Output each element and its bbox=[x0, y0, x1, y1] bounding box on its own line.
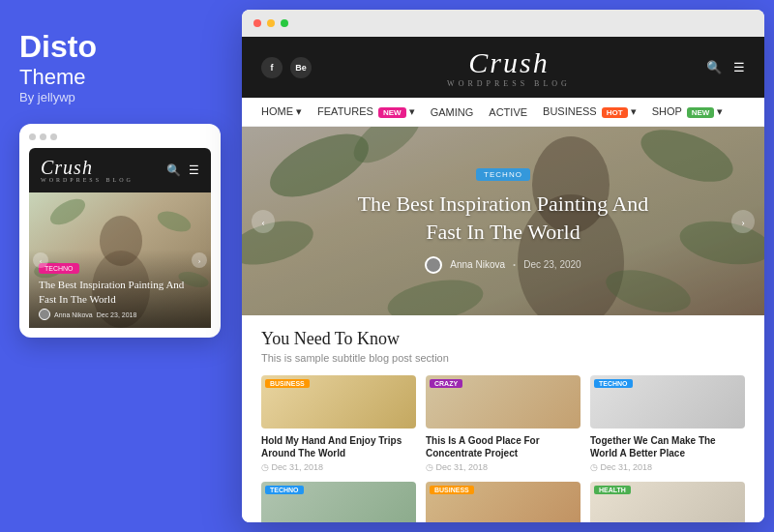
mobile-hero-title: The Best Inspiration Painting And Fast I… bbox=[39, 278, 201, 306]
left-panel: Disto Theme By jellywp Crush WORDPRESS B… bbox=[0, 0, 237, 532]
header-search-icon[interactable]: 🔍 bbox=[706, 60, 722, 75]
section-subtitle: This is sample subtitle blog post sectio… bbox=[261, 352, 745, 364]
card-item[interactable]: BUSINESS Hold My Hand And Enjoy Trips Ar… bbox=[261, 375, 416, 472]
mobile-hero-overlay: TECHNO The Best Inspiration Painting And… bbox=[29, 250, 211, 328]
theme-label: Theme bbox=[19, 65, 218, 90]
mobile-preview-card: Crush WORDPRESS BLOG 🔍 ☰ bbox=[19, 124, 221, 338]
hero-overlay: TECHNO The Best Inspiration Painting And… bbox=[242, 127, 764, 315]
behance-icon[interactable]: Be bbox=[290, 57, 312, 78]
card-badge: BUSINESS bbox=[265, 379, 310, 388]
card-grid-row1: BUSINESS Hold My Hand And Enjoy Trips Ar… bbox=[261, 375, 745, 472]
card-title: Hold My Hand And Enjoy Trips Around The … bbox=[261, 434, 416, 459]
card-badge: TECHNO bbox=[265, 486, 304, 494]
mobile-prev-button[interactable]: ‹ bbox=[33, 252, 48, 268]
card-item[interactable]: BUSINESS Best Lighting For Outdoor Photo… bbox=[426, 482, 580, 522]
card-title: This Is A Good Place For Concentrate Pro… bbox=[426, 434, 580, 459]
card-badge: CRAZY bbox=[430, 379, 462, 388]
site-logo-name: Crush bbox=[447, 46, 571, 79]
dot-2 bbox=[40, 133, 46, 140]
nav-home[interactable]: HOME ▾ bbox=[261, 105, 302, 118]
business-badge: HOT bbox=[602, 107, 628, 118]
site-header: f Be Crush WORDPRESS BLOG 🔍 ☰ bbox=[242, 37, 764, 98]
section-title: You Need To Know bbox=[261, 329, 745, 349]
card-badge: BUSINESS bbox=[430, 486, 474, 494]
shop-badge: NEW bbox=[687, 107, 715, 118]
by-label: By jellywp bbox=[19, 90, 218, 104]
browser-bar bbox=[242, 10, 764, 37]
features-badge: NEW bbox=[378, 107, 406, 118]
hero-date: Dec 23, 2020 bbox=[523, 259, 581, 270]
card-thumb: HEALTH bbox=[590, 482, 745, 522]
site-logo-sub: WORDPRESS BLOG bbox=[447, 79, 571, 88]
mobile-logo: Crush WORDPRESS BLOG bbox=[41, 158, 134, 183]
card-badge: HEALTH bbox=[594, 486, 631, 494]
mobile-header: Crush WORDPRESS BLOG 🔍 ☰ bbox=[29, 148, 211, 192]
card-thumb: TECHNO bbox=[590, 375, 745, 429]
browser-dot-yellow bbox=[267, 19, 275, 27]
dot-3 bbox=[50, 133, 57, 140]
card-thumb: CRAZY bbox=[426, 375, 580, 429]
browser-dot-red bbox=[253, 19, 261, 27]
mobile-hero-meta: Anna Nikova Dec 23, 2018 bbox=[39, 309, 201, 320]
card-badge: TECHNO bbox=[594, 379, 633, 388]
hero-title: The Best Inspiration Painting And Fast I… bbox=[339, 191, 668, 246]
disto-title: Disto Theme By jellywp bbox=[19, 29, 218, 104]
card-thumb: TECHNO bbox=[261, 482, 416, 522]
card-title: Together We Can Make The World A Better … bbox=[590, 434, 745, 459]
nav-shop[interactable]: SHOP NEW ▾ bbox=[652, 105, 724, 118]
browser-panel: f Be Crush WORDPRESS BLOG 🔍 ☰ HOME ▾ FEA… bbox=[242, 10, 764, 522]
card-date: ◷ Dec 31, 2018 bbox=[426, 462, 580, 472]
menu-icon[interactable]: ☰ bbox=[189, 163, 199, 178]
mobile-header-icons: 🔍 ☰ bbox=[166, 163, 199, 178]
facebook-icon[interactable]: f bbox=[261, 57, 283, 78]
card-thumb: BUSINESS bbox=[261, 375, 416, 429]
card-item[interactable]: TECHNO Relaxing With Nice View After Enj… bbox=[261, 482, 416, 522]
browser-dot-green bbox=[281, 19, 288, 27]
mobile-hero-date: Dec 23, 2018 bbox=[97, 311, 137, 318]
card-item[interactable]: TECHNO Together We Can Make The World A … bbox=[590, 375, 745, 472]
header-menu-icon[interactable]: ☰ bbox=[733, 60, 745, 75]
card-date: ◷ Dec 31, 2018 bbox=[261, 462, 416, 472]
mobile-hero-author: Anna Nikova bbox=[54, 311, 93, 318]
content-section: You Need To Know This is sample subtitle… bbox=[242, 315, 764, 522]
nav-bar: HOME ▾ FEATURES NEW ▾ GAMING ACTIVE BUSI… bbox=[242, 98, 764, 127]
site-logo: Crush WORDPRESS BLOG bbox=[447, 46, 571, 88]
card-item[interactable]: CRAZY This Is A Good Place For Concentra… bbox=[426, 375, 580, 472]
nav-gaming[interactable]: GAMING bbox=[431, 106, 474, 118]
hero-section: TECHNO The Best Inspiration Painting And… bbox=[242, 127, 764, 315]
mobile-hero: TECHNO The Best Inspiration Painting And… bbox=[29, 192, 211, 328]
search-icon[interactable]: 🔍 bbox=[166, 163, 181, 178]
hero-next-button[interactable]: › bbox=[731, 210, 755, 233]
card-item[interactable]: HEALTH New Skill With The Height Quality… bbox=[590, 482, 745, 522]
hero-meta: Anna Nikova • Dec 23, 2020 bbox=[425, 256, 580, 274]
site-header-actions: 🔍 ☰ bbox=[706, 60, 745, 75]
social-icons: f Be bbox=[261, 57, 312, 78]
card-grid-row2: TECHNO Relaxing With Nice View After Enj… bbox=[261, 482, 745, 522]
hero-author: Anna Nikova bbox=[450, 259, 505, 270]
hero-avatar bbox=[425, 256, 442, 274]
mobile-next-button[interactable]: › bbox=[192, 252, 207, 268]
card-thumb: BUSINESS bbox=[426, 482, 580, 522]
hero-tag: TECHNO bbox=[476, 168, 530, 181]
nav-business[interactable]: BUSINESS HOT ▾ bbox=[543, 105, 637, 118]
nav-active[interactable]: ACTIVE bbox=[489, 106, 527, 118]
card-date: ◷ Dec 31, 2018 bbox=[590, 462, 745, 472]
dot-1 bbox=[29, 133, 36, 140]
mobile-card-dots bbox=[29, 133, 211, 140]
nav-features[interactable]: FEATURES NEW ▾ bbox=[317, 105, 415, 118]
mobile-avatar bbox=[39, 309, 50, 320]
hero-prev-button[interactable]: ‹ bbox=[252, 210, 275, 233]
